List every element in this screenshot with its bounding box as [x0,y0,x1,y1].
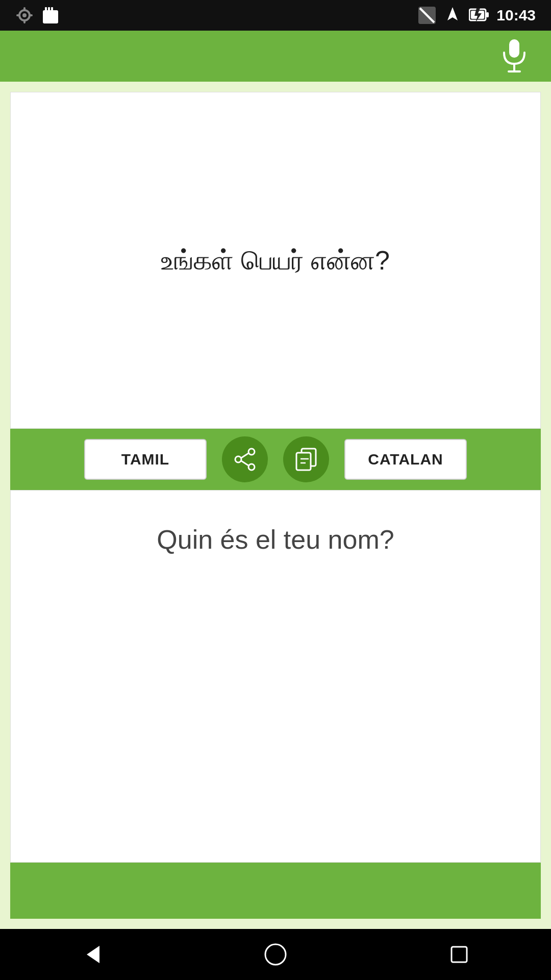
svg-point-18 [248,449,255,455]
home-button[interactable] [255,934,296,975]
bottom-bar [10,863,541,919]
settings-icon [15,6,34,24]
svg-rect-7 [45,7,47,12]
svg-rect-24 [296,453,311,470]
svg-line-21 [241,453,248,458]
svg-rect-6 [43,10,58,23]
status-bar: 10:43 [0,0,551,31]
recents-icon [446,942,472,967]
home-icon [263,942,288,967]
target-panel[interactable]: Quin és el teu nom? [10,490,541,863]
airplane-icon [443,6,462,24]
time-display: 10:43 [496,7,536,24]
svg-rect-5 [30,14,33,16]
svg-rect-13 [486,12,489,17]
back-icon [79,942,105,967]
svg-rect-4 [16,14,19,16]
svg-point-20 [248,464,255,470]
target-text: Quin és el teu nom? [157,521,394,558]
svg-rect-8 [48,7,50,12]
mic-button[interactable] [498,36,531,77]
source-panel[interactable]: உங்கள் பெயர் என்ன? [10,92,541,429]
mic-icon [502,38,527,74]
svg-point-28 [265,944,286,965]
share-icon [233,448,257,471]
app-bar [0,31,551,82]
recents-button[interactable] [439,934,480,975]
source-text: உங்கள் பெயர் என்ன? [161,242,390,279]
svg-rect-15 [509,39,519,58]
status-right-icons: 10:43 [418,6,536,24]
back-button[interactable] [71,934,112,975]
copy-button[interactable] [283,436,329,482]
status-left-icons [15,6,59,24]
svg-rect-2 [23,7,26,10]
target-language-button[interactable]: CATALAN [344,439,467,480]
svg-rect-29 [452,947,467,962]
svg-point-1 [22,13,27,17]
main-content: உங்கள் பெயர் என்ன? TAMIL CATALAN Qui [0,82,551,929]
sd-card-icon [42,6,59,24]
no-signal-icon [418,6,436,24]
share-button[interactable] [222,436,268,482]
svg-rect-3 [23,20,26,23]
svg-marker-27 [87,946,99,963]
svg-point-19 [235,456,241,462]
source-language-button[interactable]: TAMIL [84,439,207,480]
translation-toolbar: TAMIL CATALAN [10,429,541,490]
copy-icon [294,448,318,471]
nav-bar [0,929,551,980]
battery-icon [469,6,489,24]
svg-line-22 [241,461,248,465]
svg-rect-9 [51,7,53,12]
